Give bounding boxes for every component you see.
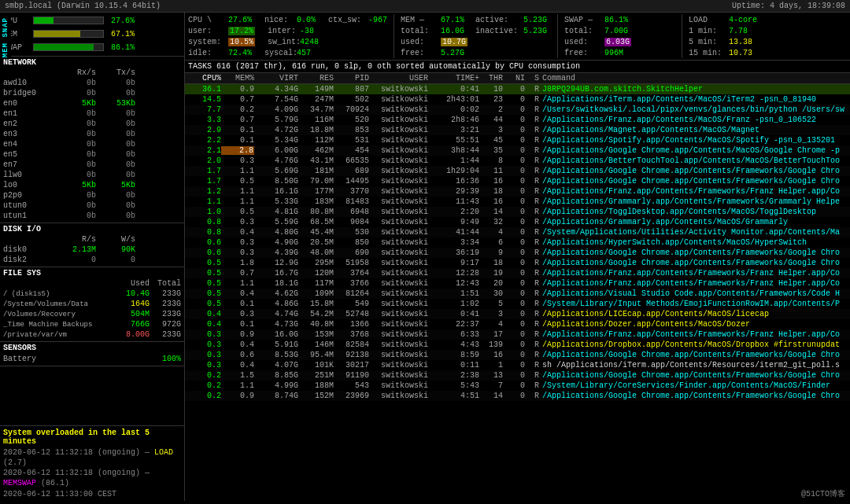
cpu-stats: CPU \ 27.6% nice: 0.0% ctx_sw: -967 user… (188, 14, 387, 58)
table-row: 0.4 0.3 4.74G 54.2M 52748 switkowski 0:4… (185, 309, 850, 319)
network-title: NETWORK (3, 58, 181, 67)
table-row: 36.1 0.9 4.34G 149M 807 switkowski 0:41 … (185, 84, 850, 94)
network-row: en70b0b (3, 160, 181, 170)
table-row: 0.5 0.4 4.62G 109M 81264 switkowski 1:51… (185, 289, 850, 299)
filesystem-row: /Volumes/Recovery504M233G (3, 309, 181, 319)
col-mem-header: MEM% (221, 74, 254, 83)
table-row: 1.1 1.1 5.33G 183M 81483 switkowski 11:4… (185, 197, 850, 207)
table-row: 1.7 0.5 8.50G 79.0M 14495 switkowski 16:… (185, 176, 850, 186)
table-row: 0.6 0.3 4.90G 20.5M 850 switkowski 3:34 … (185, 237, 850, 248)
swap-bar-fill (34, 44, 94, 50)
tasks-text: TASKS 616 (2017 thr), 616 run, 0 slp, 0 … (188, 62, 580, 71)
table-row: 0.6 0.3 4.39G 48.0M 690 switkowski 36:19… (185, 248, 850, 258)
table-row: 2.1 2.8 6.00G 462M 454 switkowski 3h8:44… (185, 145, 850, 156)
swap-bar (33, 43, 104, 51)
table-row: 14.5 0.7 7.54G 247M 502 switkowski 2h43:… (185, 94, 850, 105)
filesystem-row: / (disk1s5)10.4G233G (3, 289, 181, 299)
sensor-row: Battery100% (3, 354, 181, 364)
col-cpu-header: CPU% (188, 74, 221, 83)
disk-header: R/s W/s (3, 235, 181, 244)
stats-bar: CPU \ 27.6% nice: 0.0% ctx_sw: -967 user… (185, 13, 850, 61)
process-list: 36.1 0.9 4.34G 149M 807 switkowski 0:41 … (185, 84, 850, 501)
table-row: 0.3 0.9 16.0G 153M 3768 switkowski 6:33 … (185, 329, 850, 340)
swap-metric-row: SWAP 86.1% (3, 41, 181, 53)
table-row: 0.4 0.1 4.73G 40.8M 1366 switkowski 22:3… (185, 319, 850, 329)
network-row: en20b0b (3, 119, 181, 129)
network-row: lo05Kb5Kb (3, 180, 181, 190)
table-row: 1.2 1.1 16.1G 177M 3770 switkowski 29:39… (185, 186, 850, 197)
network-row: awdl00b0b (3, 78, 181, 88)
tasks-bar: TASKS 616 (2017 thr), 616 run, 0 slp, 0 … (185, 61, 850, 73)
sensors-title: SENSORS (3, 344, 181, 352)
filesystem-rows: / (disk1s5)10.4G233G/System/Volumes/Data… (3, 289, 181, 340)
mem-snap-label: MEM SNAP (0, 16, 11, 59)
swap-stats: SWAP — 86.1% total: 7.00G used: 6.03G fr… (557, 14, 675, 58)
uptime: Uptime: 4 days, 18:39:08 (732, 2, 845, 10)
disk-section: DISK I/O R/s W/s disk02.13M90Kdisk200 (0, 223, 184, 267)
hostname: smbp.local (Darwin 10.15.4 64bit) (5, 2, 161, 10)
left-panel: CPU 27.6% MEM 67.1% SWAP 86.1% (0, 13, 185, 501)
network-row: llw00b0b (3, 170, 181, 180)
table-row: 0.5 0.1 4.86G 15.8M 549 switkowski 1:02 … (185, 299, 850, 309)
table-row: 2.2 0.1 5.34G 112M 531 switkowski 55:51 … (185, 135, 850, 145)
table-row: 2.0 0.3 4.76G 43.1M 66535 switkowski 1:4… (185, 156, 850, 166)
mem-metric-row: MEM 67.1% (3, 28, 181, 40)
cpu-bar-fill (34, 17, 54, 24)
disk-row: disk200 (3, 255, 181, 265)
table-row: 0.3 0.6 8.53G 95.4M 92138 switkowski 8:5… (185, 350, 850, 360)
sensors-section: SENSORS Battery100% (0, 342, 184, 366)
col-s-header: S (525, 74, 539, 83)
alert-rows: 2020-06-12 11:32:18 (ongoing) — LOAD (2.… (3, 447, 181, 488)
disk-rows: disk02.13M90Kdisk200 (3, 245, 181, 265)
header-bar: smbp.local (Darwin 10.15.4 64bit) Uptime… (0, 0, 850, 13)
timestamp: 2020-06-12 11:33:00 CEST (3, 490, 181, 498)
table-row: 1.0 0.5 4.81G 80.8M 6948 switkowski 2:20… (185, 207, 850, 217)
col-thr-header: THR (479, 74, 503, 83)
network-row: en40b0b (3, 139, 181, 149)
table-row: 0.2 1.5 8.85G 251M 91190 switkowski 2:38… (185, 370, 850, 381)
col-time-header: TIME+ (428, 74, 479, 83)
network-row: utun10b0b (3, 211, 181, 221)
filesystem-header: Used Total (3, 279, 181, 288)
mem-stats: MEM — 67.1% active: 5.23G total: 16.0G i… (394, 14, 551, 58)
network-rows: awdl00b0bbridge00b0ben05Kb53Kben10b0ben2… (3, 78, 181, 221)
alert-row: 2020-06-12 11:32:18 (ongoing) — MEMSWAP … (3, 468, 181, 488)
table-row: 0.5 1.8 12.9G 295M 51958 switkowski 9:17… (185, 258, 850, 268)
filesystem-row: /System/Volumes/Data164G233G (3, 299, 181, 309)
table-row: 3.3 0.7 5.79G 116M 520 switkowski 2h8:46… (185, 115, 850, 125)
network-header: Rx/s Tx/s (3, 68, 181, 77)
col-cmd-header: Command (539, 74, 847, 83)
network-row: en30b0b (3, 129, 181, 139)
swap-pct: 86.1% (107, 43, 135, 52)
table-row: 0.5 1.1 18.1G 117M 3766 switkowski 12:43… (185, 278, 850, 289)
table-row: 1.7 1.1 5.69G 181M 689 switkowski 1h29:0… (185, 166, 850, 176)
disk-title: DISK I/O (3, 225, 181, 234)
disk-row: disk02.13M90K (3, 245, 181, 255)
filesystem-row: _Time Machine Backups766G972G (3, 319, 181, 329)
table-row: 0.5 0.7 16.7G 120M 3764 switkowski 12:28… (185, 268, 850, 278)
network-row: en50b0b (3, 149, 181, 160)
table-row: 0.8 0.3 5.59G 68.5M 9084 switkowski 9:49… (185, 217, 850, 227)
network-row: utun00b0b (3, 200, 181, 211)
load-stats: LOAD 4-core 1 min: 7.78 5 min: 13.38 15 … (682, 14, 776, 58)
network-row: en05Kb53Kb (3, 98, 181, 109)
table-row: 0.3 0.4 4.07G 101K 30217 switkowski 0:11… (185, 360, 850, 370)
filesystem-section: FILE SYS Used Total / (disk1s5)10.4G233G… (0, 267, 184, 342)
network-row: en10b0b (3, 109, 181, 119)
mem-bar-fill (34, 31, 80, 37)
alerts-section: System overloaded in the last 5 minutes … (0, 425, 184, 501)
process-header: CPU% MEM% VIRT RES PID USER TIME+ THR NI… (185, 73, 850, 84)
col-res-header: RES (298, 74, 334, 83)
table-row: 7.7 0.2 4.09G 34.7M 70924 switkowski 0:0… (185, 105, 850, 115)
col-virt-header: VIRT (254, 74, 298, 83)
alert-row: 2020-06-12 11:32:18 (ongoing) — LOAD (2.… (3, 447, 181, 468)
network-section: NETWORK Rx/s Tx/s awdl00b0bbridge00b0ben… (0, 57, 184, 223)
network-row: p2p00b0b (3, 190, 181, 200)
cpu-bar (33, 17, 104, 24)
cpu-metric-row: CPU 27.6% (3, 14, 181, 27)
right-panel: CPU \ 27.6% nice: 0.0% ctx_sw: -967 user… (185, 13, 850, 501)
sensor-rows: Battery100% (3, 354, 181, 364)
filesystem-title: FILE SYS (3, 269, 181, 278)
filesystem-row: /private/var/vm8.00G233G (3, 329, 181, 340)
table-row: 0.2 1.1 4.99G 188M 543 switkowski 5:43 7… (185, 381, 850, 391)
